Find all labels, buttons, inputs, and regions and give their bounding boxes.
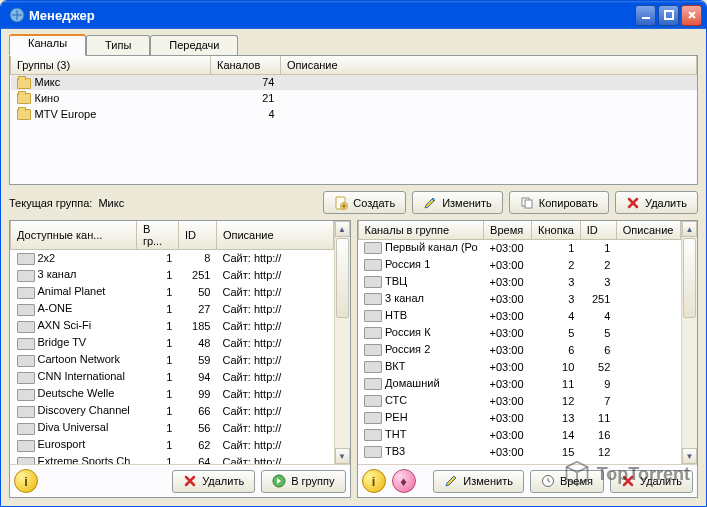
group-channels-table[interactable]: Каналы в группе Время Кнопка ID Описание… [358, 221, 682, 460]
to-group-button[interactable]: В группу [261, 470, 345, 493]
scroll-thumb[interactable] [336, 238, 349, 318]
col-avail-name[interactable]: Доступные кан... [11, 221, 137, 250]
right-scrollbar[interactable]: ▲ ▼ [681, 221, 697, 464]
channel-icon [17, 253, 35, 265]
copy-icon [520, 196, 534, 210]
col-group-count[interactable]: Каналов [211, 56, 281, 74]
window-title: Менеджер [29, 8, 635, 23]
table-row[interactable]: Animal Planet150Сайт: http:// [11, 284, 334, 301]
titlebar[interactable]: Менеджер [1, 1, 706, 29]
table-row[interactable]: Eurosport162Сайт: http:// [11, 437, 334, 454]
delete-icon [621, 474, 635, 488]
channel-icon [364, 327, 382, 339]
table-row[interactable]: ВКТ+03:001052 [358, 358, 681, 375]
scroll-down-icon[interactable]: ▼ [682, 448, 697, 464]
delete-right-button[interactable]: Удалить [610, 470, 693, 493]
col-grp-name[interactable]: Каналы в группе [358, 221, 484, 239]
tab-types[interactable]: Типы [86, 35, 150, 55]
group-channels-pane: Каналы в группе Время Кнопка ID Описание… [357, 220, 699, 498]
channel-icon [364, 310, 382, 322]
close-button[interactable] [681, 5, 702, 26]
maximize-button[interactable] [658, 5, 679, 26]
current-group-label: Текущая группа: [9, 197, 92, 209]
delete-button[interactable]: Удалить [615, 191, 698, 214]
channel-icon [17, 423, 35, 435]
table-row[interactable]: Cartoon Network159Сайт: http:// [11, 352, 334, 369]
delete-icon [183, 474, 197, 488]
table-row[interactable]: Deutsche Welle199Сайт: http:// [11, 386, 334, 403]
channel-icon [17, 406, 35, 418]
table-row[interactable]: ТВЦ+03:0033 [358, 273, 681, 290]
new-icon [334, 196, 348, 210]
col-grp-button[interactable]: Кнопка [532, 221, 581, 239]
create-button[interactable]: Создать [323, 191, 406, 214]
edit-right-button[interactable]: Изменить [433, 470, 524, 493]
app-icon [9, 7, 25, 23]
table-row[interactable]: Россия 1+03:0022 [358, 256, 681, 273]
table-row[interactable]: Diva Universal156Сайт: http:// [11, 420, 334, 437]
col-group-name[interactable]: Группы (3) [11, 56, 211, 74]
folder-icon [17, 78, 31, 89]
channel-icon [17, 304, 35, 316]
table-row[interactable]: CNN International194Сайт: http:// [11, 369, 334, 386]
time-button[interactable]: Время [530, 470, 604, 493]
table-row[interactable]: Россия К+03:0055 [358, 324, 681, 341]
table-row[interactable]: Кино21 [11, 90, 697, 106]
table-row[interactable]: Discovery Channel166Сайт: http:// [11, 403, 334, 420]
col-avail-desc[interactable]: Описание [216, 221, 333, 250]
col-avail-id[interactable]: ID [178, 221, 216, 250]
scroll-up-icon[interactable]: ▲ [682, 221, 697, 237]
table-row[interactable]: MTV Europe4 [11, 106, 697, 122]
col-grp-id[interactable]: ID [580, 221, 616, 239]
channel-icon [17, 270, 35, 282]
left-scrollbar[interactable]: ▲ ▼ [334, 221, 350, 464]
delete-left-button[interactable]: Удалить [172, 470, 255, 493]
table-row[interactable]: ТНТ+03:001416 [358, 426, 681, 443]
table-row[interactable]: 2x218Сайт: http:// [11, 250, 334, 267]
table-row[interactable]: AXN Sci-Fi1185Сайт: http:// [11, 318, 334, 335]
svg-rect-6 [525, 200, 532, 208]
channel-icon [364, 429, 382, 441]
tab-bar: Каналы Типы Передачи [9, 33, 698, 55]
scroll-down-icon[interactable]: ▼ [335, 448, 350, 464]
info-button-right[interactable]: i [362, 469, 386, 493]
info-button-left[interactable]: i [14, 469, 38, 493]
col-grp-desc[interactable]: Описание [616, 221, 680, 239]
table-row[interactable]: СТС+03:00127 [358, 392, 681, 409]
table-row[interactable]: Россия 2+03:0066 [358, 341, 681, 358]
scroll-thumb[interactable] [683, 238, 696, 318]
table-row[interactable]: НТВ+03:0044 [358, 307, 681, 324]
available-channels-table[interactable]: Доступные кан... В гр... ID Описание 2x2… [10, 221, 334, 464]
channel-icon [17, 389, 35, 401]
col-avail-ingroup[interactable]: В гр... [136, 221, 178, 250]
folder-icon [17, 93, 31, 104]
folder-icon [17, 109, 31, 120]
scroll-up-icon[interactable]: ▲ [335, 221, 350, 237]
tab-programs[interactable]: Передачи [150, 35, 238, 55]
groups-table[interactable]: Группы (3) Каналов Описание Микс74Кино21… [10, 56, 697, 170]
col-grp-time[interactable]: Время [484, 221, 532, 239]
tab-channels[interactable]: Каналы [9, 34, 86, 56]
edit-button[interactable]: Изменить [412, 191, 503, 214]
table-row[interactable]: 3 канал+03:003251 [358, 290, 681, 307]
table-row[interactable]: ТВ3+03:001512 [358, 443, 681, 460]
copy-button[interactable]: Копировать [509, 191, 609, 214]
minimize-button[interactable] [635, 5, 656, 26]
table-row[interactable]: РЕН+03:001311 [358, 409, 681, 426]
channel-icon [17, 321, 35, 333]
table-row[interactable]: 3 канал1251Сайт: http:// [11, 267, 334, 284]
table-row[interactable]: A-ONE127Сайт: http:// [11, 301, 334, 318]
col-group-desc[interactable]: Описание [281, 56, 697, 74]
table-row[interactable]: Bridge TV148Сайт: http:// [11, 335, 334, 352]
channel-icon [364, 395, 382, 407]
channel-icon [364, 259, 382, 271]
arrow-right-icon [272, 474, 286, 488]
table-row[interactable]: Extreme Sports Ch164Сайт: http:// [11, 454, 334, 465]
table-row[interactable]: Микс74 [11, 74, 697, 90]
table-row[interactable]: Первый канал (Ро+03:0011 [358, 239, 681, 256]
svg-rect-1 [642, 17, 650, 19]
clock-icon [541, 474, 555, 488]
table-row[interactable]: Домашний+03:00119 [358, 375, 681, 392]
channel-icon [17, 355, 35, 367]
color-button[interactable]: ♦ [392, 469, 416, 493]
